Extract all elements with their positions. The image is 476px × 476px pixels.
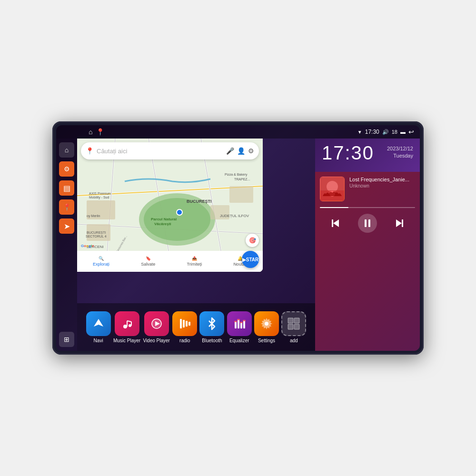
add-label: add xyxy=(290,338,298,343)
clock-date: 2023/12/12 Tuesday xyxy=(387,145,413,160)
music-details: Lost Frequencies_Janie... Unknown xyxy=(349,177,415,188)
svg-rect-65 xyxy=(402,219,403,227)
svg-rect-52 xyxy=(288,318,293,323)
status-left: ⌂ 📍 xyxy=(89,128,104,136)
clock-time: 17:30 xyxy=(322,142,374,163)
explore-icon: 🔍 xyxy=(99,256,104,261)
clock-date-value: 2023/12/12 xyxy=(387,145,413,152)
svg-point-30 xyxy=(177,209,182,215)
left-sidebar: ⌂ ⚙ ▤ 📍 ➤ ⊞ xyxy=(56,139,77,351)
music-controls xyxy=(320,214,415,233)
svg-rect-53 xyxy=(294,318,299,323)
send-label: Trimiteți xyxy=(187,262,202,267)
map-widget[interactable]: AXIS Premium Mobility - Sud Pizza & Bake… xyxy=(77,139,263,272)
sidebar-item-home[interactable]: ⌂ xyxy=(59,142,74,158)
search-text[interactable]: Căutați aici xyxy=(97,148,223,155)
clock-widget: 17:30 2023/12/12 Tuesday xyxy=(315,139,420,172)
google-logo: Google xyxy=(81,244,94,248)
svg-rect-41 xyxy=(186,321,188,327)
svg-rect-49 xyxy=(240,322,243,323)
svg-rect-46 xyxy=(243,321,245,328)
map-tab-explore[interactable]: 🔍 Explorați xyxy=(93,256,109,267)
svg-text:Parcul Natural: Parcul Natural xyxy=(151,217,177,221)
music-progress-bar[interactable] xyxy=(320,207,415,208)
locate-button[interactable]: 🎯 xyxy=(246,234,259,247)
sidebar-grid-btn[interactable]: ⊞ xyxy=(59,332,74,347)
map-tab-send[interactable]: 📤 Trimiteți xyxy=(187,256,202,267)
app-radio[interactable]: radio xyxy=(172,311,197,343)
add-icon xyxy=(281,311,306,336)
svg-rect-39 xyxy=(180,319,182,328)
svg-point-32 xyxy=(123,325,127,328)
svg-rect-54 xyxy=(288,324,293,329)
main-content: ⌂ ⚙ ▤ 📍 ➤ ⊞ xyxy=(56,139,420,351)
svg-text:BUCUREȘTI: BUCUREȘTI xyxy=(87,231,106,235)
radio-label: radio xyxy=(179,338,190,343)
status-right: ▼ 17:30 🔊 18 ▬ ↩ xyxy=(357,128,414,136)
mic-icon[interactable]: 🎤 xyxy=(226,147,234,155)
svg-rect-43 xyxy=(235,322,237,328)
send-icon: 📤 xyxy=(192,256,197,261)
explore-label: Explorați xyxy=(93,262,109,267)
svg-rect-55 xyxy=(294,324,299,329)
saved-label: Salvate xyxy=(141,262,155,267)
clock-time-display: 17:30 xyxy=(322,143,374,162)
music-title: Lost Frequencies_Janie... xyxy=(349,177,415,182)
device: ⌂ 📍 ▼ 17:30 🔊 18 ▬ ↩ ⌂ ⚙ ▤ 📍 ➤ ⊞ xyxy=(52,121,424,355)
app-video-player[interactable]: Video Player xyxy=(143,311,170,343)
svg-text:SECTORUL 4: SECTORUL 4 xyxy=(86,235,107,238)
svg-rect-50 xyxy=(243,320,246,321)
screen: ⌂ 📍 ▼ 17:30 🔊 18 ▬ ↩ ⌂ ⚙ ▤ 📍 ➤ ⊞ xyxy=(56,125,420,351)
battery-icon: ▬ xyxy=(400,129,406,135)
svg-text:oy Merlin: oy Merlin xyxy=(87,214,100,218)
status-bar: ⌂ 📍 ▼ 17:30 🔊 18 ▬ ↩ xyxy=(56,125,420,139)
svg-text:Văcărești: Văcărești xyxy=(154,222,171,226)
maps-logo-icon: 📍 xyxy=(86,147,94,155)
music-artist: Unknown xyxy=(349,183,415,188)
app-equalizer[interactable]: Equalizer xyxy=(227,311,252,343)
clock-weekday: Tuesday xyxy=(387,152,413,159)
start-button[interactable]: ▶STAR xyxy=(242,251,259,268)
prev-button[interactable] xyxy=(326,214,345,233)
settings-icon[interactable]: ⚙ xyxy=(248,147,254,155)
home-icon[interactable]: ⌂ xyxy=(89,128,92,136)
center-area: AXIS Premium Mobility - Sud Pizza & Bake… xyxy=(77,139,315,351)
svg-marker-60 xyxy=(333,219,339,227)
svg-rect-40 xyxy=(183,320,185,327)
svg-rect-62 xyxy=(365,219,367,227)
app-settings[interactable]: Settings xyxy=(254,311,279,343)
map-search-bar[interactable]: 📍 Căutați aici 🎤 👤 ⚙ xyxy=(81,142,259,159)
music-widget: Lost Frequencies_Janie... Unknown xyxy=(315,172,420,351)
volume-icon: 🔊 xyxy=(382,129,389,135)
app-navi[interactable]: Navi xyxy=(86,311,111,343)
back-icon[interactable]: ↩ xyxy=(408,128,414,136)
sidebar-item-files[interactable]: ▤ xyxy=(59,180,74,196)
equalizer-label: Equalizer xyxy=(229,338,249,343)
next-button[interactable] xyxy=(390,214,409,233)
app-music-player[interactable]: Music Player xyxy=(113,311,140,343)
svg-text:TRAPEZ...: TRAPEZ... xyxy=(234,178,250,181)
music-info: Lost Frequencies_Janie... Unknown xyxy=(320,177,415,201)
music-progress-fill xyxy=(320,207,348,208)
settings-app-icon xyxy=(254,311,279,336)
status-time: 17:30 xyxy=(365,129,379,135)
user-icon[interactable]: 👤 xyxy=(237,147,245,155)
music-player-icon xyxy=(115,311,139,336)
battery-level: 18 xyxy=(392,129,397,135)
svg-rect-15 xyxy=(229,186,253,203)
sidebar-item-settings[interactable]: ⚙ xyxy=(59,161,74,177)
svg-text:JUDEȚUL ILFOV: JUDEȚUL ILFOV xyxy=(220,214,249,218)
map-tab-saved[interactable]: 🔖 Salvate xyxy=(141,256,155,267)
svg-rect-61 xyxy=(332,219,333,227)
sidebar-item-maps[interactable]: 📍 xyxy=(59,199,74,215)
app-add[interactable]: add xyxy=(281,311,306,343)
svg-rect-47 xyxy=(234,321,237,322)
app-bluetooth[interactable]: Bluetooth xyxy=(199,311,224,343)
svg-text:Mobility - Sud: Mobility - Sud xyxy=(89,196,109,199)
settings-label: Settings xyxy=(258,338,275,343)
sidebar-item-navigation[interactable]: ➤ xyxy=(59,218,74,234)
svg-rect-44 xyxy=(238,320,239,328)
maps-status-icon[interactable]: 📍 xyxy=(96,128,104,136)
pause-button[interactable] xyxy=(358,214,377,233)
music-player-label: Music Player xyxy=(113,338,140,343)
